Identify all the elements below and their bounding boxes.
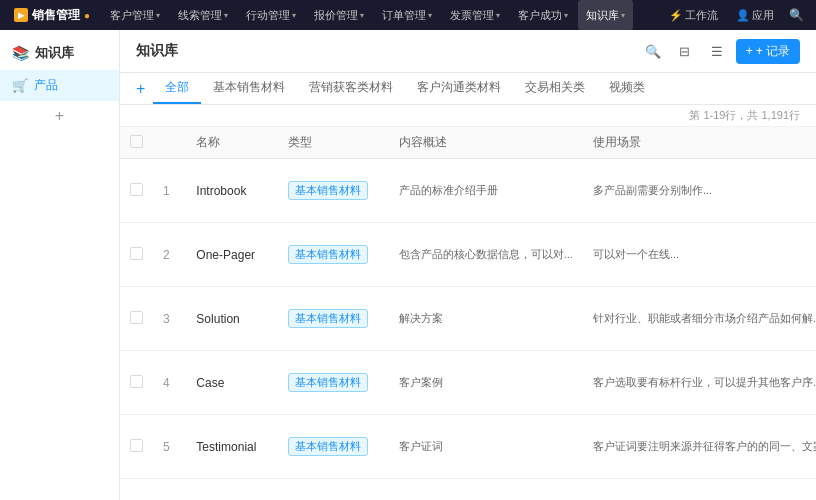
chevron-down-icon: ▾ <box>428 11 432 20</box>
row-checkbox[interactable] <box>120 287 153 351</box>
row-checkbox[interactable] <box>120 479 153 501</box>
nav-right: ⚡ 工作流 👤 应用 🔍 <box>661 0 808 30</box>
breadcrumb: 知识库 <box>136 42 178 60</box>
nav-invoice[interactable]: 发票管理 ▾ <box>442 0 508 30</box>
row-usage: 可以对一个在线... <box>583 223 816 287</box>
row-usage: 客户证词要注明来源并征得客户的的同一、文案... <box>583 415 816 479</box>
row-desc: 竞品比较 <box>389 479 583 501</box>
row-type: 基本销售材料 <box>278 479 389 501</box>
data-table: 名称 类型 内容概述 使用场景 是否发布 文档 撰写者 1 Introbook … <box>120 127 816 500</box>
desc-header[interactable]: 内容概述 <box>389 127 583 159</box>
row-type: 基本销售材料 <box>278 351 389 415</box>
nav-actions[interactable]: 行动管理 ▾ <box>238 0 304 30</box>
workflow-icon: ⚡ <box>669 9 683 22</box>
filter-icon-btn[interactable]: ⊟ <box>672 38 698 64</box>
row-desc: 产品的标准介绍手册 <box>389 159 583 223</box>
nav-order[interactable]: 订单管理 ▾ <box>374 0 440 30</box>
nav-workflow[interactable]: ⚡ 工作流 <box>661 0 726 30</box>
filter-tab-communication[interactable]: 客户沟通类材料 <box>405 73 513 104</box>
search-icon: 🔍 <box>789 8 804 22</box>
row-type: 基本销售材料 <box>278 159 389 223</box>
row-checkbox[interactable] <box>120 415 153 479</box>
add-record-button[interactable]: + + 记录 <box>736 39 800 64</box>
user-icon: 👤 <box>736 9 750 22</box>
chevron-down-icon: ▾ <box>564 11 568 20</box>
breadcrumb-text: 知识库 <box>136 42 178 60</box>
row-name[interactable]: Case <box>186 351 277 415</box>
row-checkbox[interactable] <box>120 223 153 287</box>
row-number: 3 <box>153 287 186 351</box>
sidebar-header: 📚 知识库 <box>0 38 119 70</box>
search-button[interactable]: 🔍 <box>784 3 808 27</box>
row-name[interactable]: Testimonial <box>186 415 277 479</box>
row-desc: 解决方案 <box>389 287 583 351</box>
chevron-down-icon: ▾ <box>360 11 364 20</box>
filter-tab-all[interactable]: 全部 <box>153 73 201 104</box>
search-icon-btn[interactable]: 🔍 <box>640 38 666 64</box>
row-usage: 针对行业、职能或者细分市场介绍产品如何解... <box>583 287 816 351</box>
add-icon: + <box>746 44 753 58</box>
table-row: 5 Testimonial 基本销售材料 客户证词 客户证词要注明来源并征得客户… <box>120 415 816 479</box>
main-layout: 📚 知识库 🛒 产品 + 知识库 🔍 ⊟ ☰ + + 记录 <box>0 30 816 500</box>
nav-quote[interactable]: 报价管理 ▾ <box>306 0 372 30</box>
header-actions: 🔍 ⊟ ☰ + + 记录 <box>640 38 800 64</box>
nav-apps[interactable]: 👤 应用 <box>728 0 782 30</box>
select-all-header[interactable] <box>120 127 153 159</box>
pagination: 第 1-19行，共 1,191行 <box>120 105 816 127</box>
table-area: 第 1-19行，共 1,191行 名称 类型 内容概述 使用场景 是否发布 文档… <box>120 105 816 500</box>
app-title: 销售管理 <box>32 7 80 24</box>
row-desc: 客户证词 <box>389 415 583 479</box>
row-checkbox[interactable] <box>120 351 153 415</box>
nav-success[interactable]: 客户成功 ▾ <box>510 0 576 30</box>
row-desc: 包含产品的核心数据信息，可以对... <box>389 223 583 287</box>
sidebar: 📚 知识库 🛒 产品 + <box>0 30 120 500</box>
cart-icon: 🛒 <box>12 78 28 93</box>
top-nav: ▶ 销售管理 ● 客户管理 ▾ 线索管理 ▾ 行动管理 ▾ 报价管理 ▾ 订单管… <box>0 0 816 30</box>
table-header-row: 名称 类型 内容概述 使用场景 是否发布 文档 撰写者 <box>120 127 816 159</box>
row-name[interactable]: Comparaison <box>186 479 277 501</box>
num-header <box>153 127 186 159</box>
row-desc: 客户案例 <box>389 351 583 415</box>
nav-leads[interactable]: 线索管理 ▾ <box>170 0 236 30</box>
row-number: 1 <box>153 159 186 223</box>
filter-bar: + 全部 基本销售材料 营销获客类材料 客户沟通类材料 交易相关类 视频类 <box>120 73 816 105</box>
app-badge: ● <box>84 10 90 21</box>
chevron-down-icon: ▾ <box>292 11 296 20</box>
filter-tab-video[interactable]: 视频类 <box>597 73 657 104</box>
filter-tab-marketing[interactable]: 营销获客类材料 <box>297 73 405 104</box>
app-logo[interactable]: ▶ 销售管理 ● <box>8 7 96 24</box>
chevron-down-icon: ▾ <box>156 11 160 20</box>
content-area: 知识库 🔍 ⊟ ☰ + + 记录 + 全部 基本销售材料 营销获客类材 <box>120 30 816 500</box>
table-row: 6 Comparaison 基本销售材料 竞品比较 帮助客户进行主要竞争产品，替… <box>120 479 816 501</box>
row-number: 5 <box>153 415 186 479</box>
content-header: 知识库 🔍 ⊟ ☰ + + 记录 <box>120 30 816 73</box>
row-name[interactable]: Introbook <box>186 159 277 223</box>
chevron-down-icon: ▾ <box>224 11 228 20</box>
knowledge-icon: 📚 <box>12 45 29 61</box>
filter-tab-transaction[interactable]: 交易相关类 <box>513 73 597 104</box>
row-name[interactable]: One-Pager <box>186 223 277 287</box>
logo-icon: ▶ <box>14 8 28 22</box>
add-filter-button[interactable]: + <box>136 75 153 103</box>
table-row: 4 Case 基本销售材料 客户案例 客户选取要有标杆行业，可以提升其他客户序.… <box>120 351 816 415</box>
row-type: 基本销售材料 <box>278 287 389 351</box>
filter-tab-basic[interactable]: 基本销售材料 <box>201 73 297 104</box>
name-header[interactable]: 名称 <box>186 127 277 159</box>
row-type: 基本销售材料 <box>278 223 389 287</box>
row-usage: 多产品副需要分别制作... <box>583 159 816 223</box>
row-checkbox[interactable] <box>120 159 153 223</box>
row-number: 4 <box>153 351 186 415</box>
sidebar-add-button[interactable]: + <box>0 101 119 131</box>
table-row: 3 Solution 基本销售材料 解决方案 针对行业、职能或者细分市场介绍产品… <box>120 287 816 351</box>
nav-knowledge[interactable]: 知识库 ▾ <box>578 0 633 30</box>
sidebar-item-product[interactable]: 🛒 产品 <box>0 70 119 101</box>
chevron-down-icon: ▾ <box>496 11 500 20</box>
columns-icon-btn[interactable]: ☰ <box>704 38 730 64</box>
usage-header[interactable]: 使用场景 <box>583 127 816 159</box>
type-header[interactable]: 类型 <box>278 127 389 159</box>
nav-customer[interactable]: 客户管理 ▾ <box>102 0 168 30</box>
table-row: 2 One-Pager 基本销售材料 包含产品的核心数据信息，可以对... 可以… <box>120 223 816 287</box>
row-name[interactable]: Solution <box>186 287 277 351</box>
table-row: 1 Introbook 基本销售材料 产品的标准介绍手册 多产品副需要分别制作.… <box>120 159 816 223</box>
chevron-down-icon: ▾ <box>621 11 625 20</box>
